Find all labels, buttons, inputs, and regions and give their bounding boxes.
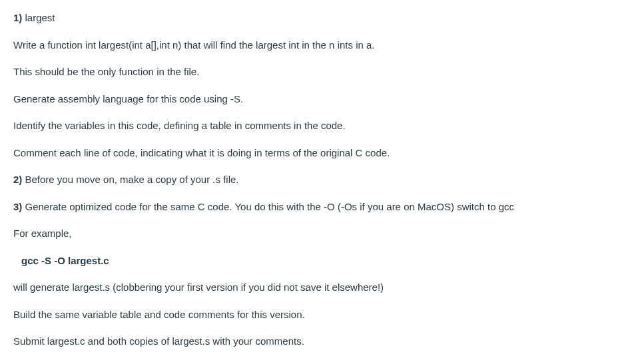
item-1-title: largest	[22, 12, 55, 23]
paragraph-text: Submit largest.c and both copies of larg…	[13, 334, 615, 349]
paragraph-text: Comment each line of code, indicating wh…	[13, 146, 615, 161]
item-3-text: Generate optimized code for the same C c…	[22, 201, 514, 212]
item-2: 2) Before you move on, make a copy of yo…	[13, 172, 615, 188]
paragraph-text: Identify the variables in this code, def…	[13, 118, 615, 134]
item-3: 3) Generate optimized code for the same …	[13, 200, 615, 215]
paragraph-text: For example,	[13, 226, 615, 242]
item-2-text: Before you move on, make a copy of your …	[22, 174, 238, 185]
code-example: gcc -S -O largest.c	[13, 254, 615, 269]
item-1-heading: 1) largest	[13, 11, 615, 26]
paragraph-text: This should be the only function in the …	[13, 65, 615, 80]
item-3-number: 3)	[13, 201, 22, 212]
paragraph-text: Build the same variable table and code c…	[13, 307, 615, 323]
paragraph-text: will generate largest.s (clobbering your…	[13, 280, 615, 295]
paragraph-text: Write a function int largest(int a[],int…	[13, 38, 615, 53]
item-2-number: 2)	[13, 174, 22, 185]
item-1-number: 1)	[13, 12, 22, 23]
paragraph-text: Generate assembly language for this code…	[13, 92, 615, 107]
